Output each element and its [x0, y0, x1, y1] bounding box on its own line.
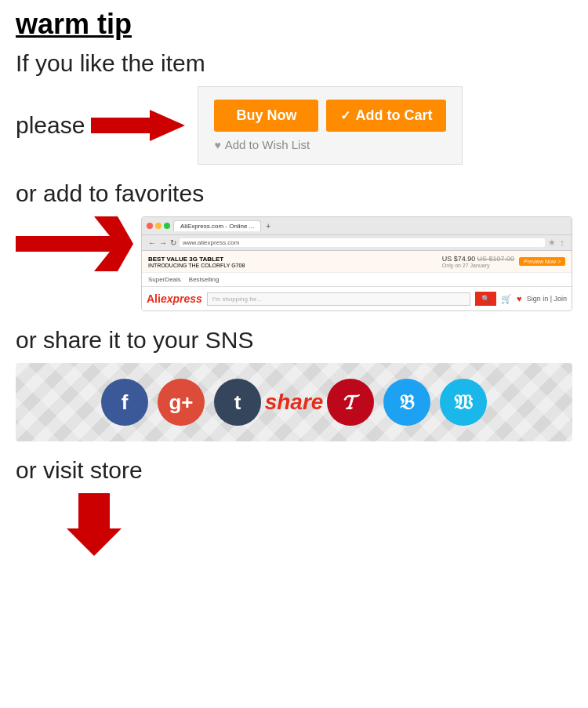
- wishlist-label: Add to Wish List: [225, 138, 310, 151]
- banner-price-area: US $74.90 US $107.00 Only on 27 January …: [442, 255, 565, 268]
- date-text: Only on 27 January: [442, 263, 514, 268]
- user-nav-icon: Sign in | Join: [527, 295, 567, 303]
- browser-chrome-bar: AliExpress.com - Online ... +: [142, 217, 572, 235]
- preview-btn: Preview Now >: [519, 257, 565, 266]
- if-you-like-text: If you like the item: [16, 50, 572, 77]
- price-new: US $74.90: [442, 255, 476, 263]
- dot-close: [147, 223, 153, 229]
- banner-subtitle: INTRODUCING THE COLORFLY G708: [148, 263, 245, 268]
- page-title: warm tip: [16, 8, 572, 50]
- browser-nav-tabs: SuperDeals Bestselling: [148, 276, 565, 283]
- arrow-down-section: [63, 493, 572, 559]
- buy-now-button[interactable]: Buy Now: [214, 100, 318, 132]
- vimeo-icon[interactable]: 𝔚: [440, 379, 487, 426]
- add-to-cart-label: Add to Cart: [355, 107, 432, 124]
- dot-minimize: [155, 223, 162, 229]
- ali-search-button: 🔍: [475, 292, 496, 306]
- menu-icon: ⋮: [559, 239, 565, 246]
- svg-marker-0: [91, 110, 185, 141]
- buynow-buttons: Buy Now ✓ Add to Cart: [214, 100, 446, 132]
- heart-icon: ♥: [214, 139, 220, 151]
- star-icon: ★: [548, 238, 556, 248]
- buynow-section: please Buy Now ✓ Add to Cart ♥ Add to Wi…: [16, 86, 572, 165]
- facebook-letter: f: [122, 390, 129, 415]
- browser-nav: SuperDeals Bestselling: [142, 273, 572, 287]
- sns-icons-container: f g+ t share 𝓣 𝔅 𝔚: [16, 363, 572, 441]
- forward-icon: →: [159, 238, 167, 247]
- browser-content: Aliexpress I'm shopping for... 🔍 🛒 ♥ Sig…: [142, 287, 572, 310]
- please-text: please: [16, 112, 85, 139]
- tumblr-icon[interactable]: t: [214, 379, 261, 426]
- aliexpress-logo: Aliexpress: [147, 292, 202, 305]
- buynow-box: Buy Now ✓ Add to Cart ♥ Add to Wish List: [198, 86, 463, 165]
- svg-marker-2: [67, 493, 122, 556]
- price-old: US $107.00: [477, 255, 515, 263]
- cart-nav-icon: 🛒: [501, 294, 512, 304]
- share-label: share: [270, 379, 318, 426]
- browser-screenshot: AliExpress.com - Online ... + ← → ↻ www.…: [141, 216, 572, 311]
- pinterest-letter: 𝓣: [343, 390, 358, 415]
- favorites-row: AliExpress.com - Online ... + ← → ↻ www.…: [16, 216, 572, 311]
- banner-title: BEST VALUE 3G TABLET: [148, 256, 245, 263]
- favorites-text: or add to favorites: [16, 180, 572, 207]
- price-info: US $74.90 US $107.00 Only on 27 January: [442, 255, 514, 268]
- tumblr-letter: t: [234, 390, 241, 415]
- express-text: express: [161, 292, 202, 305]
- refresh-icon: ↻: [170, 238, 176, 247]
- share-text: share: [265, 390, 324, 415]
- nav-bestselling: Bestselling: [189, 276, 220, 283]
- google-plus-icon[interactable]: g+: [158, 379, 205, 426]
- pinterest-icon[interactable]: 𝓣: [327, 379, 374, 426]
- favorites-section: or add to favorites AliExpress.com - Onl…: [16, 180, 572, 311]
- arrow-right-icon: [91, 106, 185, 145]
- back-icon: ←: [148, 238, 156, 247]
- store-text: or visit store: [16, 457, 572, 484]
- svg-marker-1: [16, 216, 133, 271]
- twitter-icon[interactable]: 𝔅: [383, 379, 430, 426]
- nav-superdeals: SuperDeals: [148, 276, 181, 283]
- browser-address-bar: ← → ↻ www.aliexpress.com ★ ⋮: [142, 235, 572, 251]
- add-to-cart-button[interactable]: ✓ Add to Cart: [326, 100, 446, 132]
- sns-section: or share it to your SNS f g+ t share 𝓣 𝔅…: [16, 327, 572, 441]
- browser-tab: AliExpress.com - Online ...: [173, 220, 261, 231]
- wishlist-nav-icon: ♥: [517, 294, 522, 303]
- sns-text: or share it to your SNS: [16, 327, 572, 354]
- title-text: warm tip: [16, 8, 132, 41]
- arrow-down-icon: [63, 493, 125, 556]
- new-tab-button: +: [266, 222, 270, 231]
- facebook-icon[interactable]: f: [101, 379, 148, 426]
- ali-search-bar: I'm shopping for...: [207, 292, 470, 306]
- ali-text: Ali: [147, 292, 161, 305]
- cart-icon: ✓: [340, 108, 350, 123]
- twitter-bird: 𝔅: [399, 390, 415, 415]
- browser-dots: [147, 223, 170, 229]
- banner-text: BEST VALUE 3G TABLET INTRODUCING THE COL…: [148, 256, 245, 268]
- wishlist-row[interactable]: ♥ Add to Wish List: [214, 138, 446, 151]
- vimeo-letter: 𝔚: [454, 390, 473, 415]
- dot-maximize: [164, 223, 170, 229]
- ali-top-banner: BEST VALUE 3G TABLET INTRODUCING THE COL…: [142, 251, 572, 273]
- google-plus-letter: g+: [169, 390, 193, 415]
- url-bar: www.aliexpress.com: [180, 238, 545, 247]
- arrow-down-right-icon: [16, 216, 133, 271]
- store-section: or visit store: [16, 457, 572, 559]
